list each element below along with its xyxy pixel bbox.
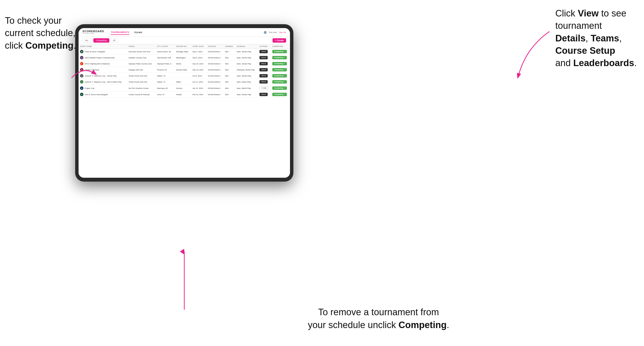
cell-competing: Competing ✓	[271, 79, 290, 85]
competing-button[interactable]: Competing ✓	[272, 74, 287, 77]
tournaments-table-container: EVENT NAME VENUE CITY, STATE HOSTED BY S…	[78, 44, 290, 178]
cell-gender: Men	[224, 55, 236, 61]
view-button[interactable]: View ℹ	[260, 62, 268, 65]
cell-event-name: H John A. Burns Intercollegiate	[78, 92, 127, 98]
cell-division: NCAA Division I	[206, 79, 224, 85]
cell-event-name: A Copper Cup	[78, 85, 127, 92]
event-name-text: Copper Cup	[84, 87, 94, 89]
cell-actions: View ℹ	[258, 49, 270, 55]
edit-button[interactable]: ✏ Edit	[260, 86, 268, 90]
annotation-top-right: Click View to seetournamentDetails, Team…	[555, 7, 637, 69]
cell-hosted-by	[175, 73, 191, 79]
annotation-tr-text: Click View to seetournamentDetails, Team…	[555, 8, 637, 68]
cell-scoring: team, Match Play	[235, 85, 258, 92]
sub-navigation: Ho... Competing All + Create	[78, 37, 290, 44]
cell-scoring: team, Stroke Play	[235, 61, 258, 67]
competing-button[interactable]: Competing ✓	[272, 80, 287, 84]
competing-button[interactable]: Competing ✓	[272, 86, 287, 90]
cell-venue: American Dunes Golf Club	[127, 49, 156, 55]
tablet-device: SCOREBOARD Powered by clippi TOURNAMENTS…	[75, 24, 294, 181]
col-competing: COMPETING	[271, 44, 290, 49]
top-navigation: SCOREBOARD Powered by clippi TOURNAMENTS…	[78, 28, 290, 37]
cell-gender: Men	[224, 85, 236, 92]
annotation-bottom: To remove a tournament fromyour schedule…	[308, 306, 449, 332]
cell-actions: ✏ Edit	[258, 85, 270, 92]
view-button[interactable]: View ℹ	[260, 74, 268, 77]
tab-all[interactable]: All	[110, 38, 118, 43]
view-button[interactable]: View ℹ	[260, 80, 268, 84]
competing-button[interactable]: Competing ✓	[272, 68, 287, 71]
table-header-row: EVENT NAME VENUE CITY, STATE HOSTED BY S…	[78, 44, 290, 49]
cell-competing: Competing ✓	[271, 49, 290, 55]
cell-city-state: Phoenix, AZ	[156, 67, 175, 73]
cell-scoring: team, Stroke Play	[235, 55, 258, 61]
cell-competing: Competing ✓	[271, 85, 290, 92]
cell-competing: Competing ✓	[271, 55, 290, 61]
cell-gender: Men	[224, 92, 236, 98]
annotation-b-text: To remove a tournament fromyour schedule…	[308, 307, 449, 330]
user-info: 👤 Test User Sign out	[264, 31, 286, 34]
team-logo: H	[80, 93, 84, 96]
view-button[interactable]: View ℹ	[260, 93, 268, 96]
cell-actions: View ℹ	[258, 79, 270, 85]
cell-scoring: team, Stroke Play	[235, 73, 258, 79]
cell-scoring: team, Stroke Play	[235, 92, 258, 98]
cell-division: NCAA Division I	[206, 49, 224, 55]
view-button[interactable]: View ℹ	[260, 56, 268, 59]
cell-hosted-by: Washington	[175, 55, 191, 61]
tournaments-table: EVENT NAME VENUE CITY, STATE HOSTED BY S…	[78, 44, 290, 98]
cell-gender: Men	[224, 49, 236, 55]
tab-competing[interactable]: Competing	[93, 38, 109, 43]
tablet-screen: SCOREBOARD Powered by clippi TOURNAMENTS…	[78, 28, 290, 178]
cell-start-date: Feb 15, 2024	[191, 92, 206, 98]
table-row: J Jackson T. Stephens Cup – Men's Match …	[78, 79, 290, 85]
cell-event-name: M Folds of Honor Collegiate	[78, 49, 127, 55]
arrow-to-last-competing	[180, 249, 189, 312]
cell-division: NCAA Division I	[206, 92, 224, 98]
cell-city-state: Grand Haven, MI	[156, 49, 175, 55]
cell-venue: Papago Golf Club	[127, 67, 156, 73]
arrow-to-view-button	[506, 29, 554, 82]
cell-division: NCAA Division I	[206, 73, 224, 79]
cell-competing: Competing ✓	[271, 92, 290, 98]
nav-teams[interactable]: TEAMS	[134, 30, 142, 35]
cell-actions: View ℹ	[258, 67, 270, 73]
competing-button[interactable]: Competing ✓	[272, 50, 287, 53]
cell-scoring: team, Stroke Play	[235, 49, 258, 55]
cell-start-date: Sep 18, 2023	[191, 67, 206, 73]
view-button[interactable]: View ℹ	[260, 50, 268, 53]
user-icon: 👤	[264, 31, 267, 34]
sign-out-link[interactable]: Sign out	[279, 31, 286, 33]
col-start-date: START DATE	[191, 44, 206, 49]
cell-venue: Trinity Forest Golf Club	[127, 73, 156, 79]
table-row: P Papago Individual Papago Golf ClubPhoe…	[78, 67, 290, 73]
cell-actions: View ℹ	[258, 73, 270, 79]
cell-hosted-by: ABAC	[175, 79, 191, 85]
table-row: W 2023 Sahalee Players Championship Saha…	[78, 55, 290, 61]
cell-hosted-by: Arizona	[175, 85, 191, 92]
cell-venue: Ak-Chin Southern Dunes	[127, 85, 156, 92]
arrow-to-competing-tab	[69, 63, 98, 83]
cell-city-state: Olympia Fields, IL	[156, 61, 175, 67]
table-row: J Jackson T. Stephens Cup – Stroke Play …	[78, 73, 290, 79]
competing-button[interactable]: Competing ✓	[272, 93, 287, 96]
nav-tournaments[interactable]: TOURNAMENTS	[111, 30, 129, 35]
cell-competing: Competing ✓	[271, 61, 290, 67]
cell-gender: Men	[224, 79, 236, 85]
col-event-name: EVENT NAME	[78, 44, 127, 49]
cell-venue: Trinity Forest Golf Club	[127, 79, 156, 85]
brand-powered: Powered by clippi	[82, 33, 104, 34]
cell-competing: Competing ✓	[271, 73, 290, 79]
brand-logo: SCOREBOARD Powered by clippi	[82, 30, 104, 34]
tab-home[interactable]: Ho...	[82, 38, 92, 43]
table-row: M Folds of Honor Collegiate American Dun…	[78, 49, 290, 55]
competing-button[interactable]: Competing ✓	[272, 62, 287, 65]
view-button[interactable]: View ℹ	[260, 68, 268, 71]
cell-gender: Men	[224, 61, 236, 67]
table-row: I OFCC Fighting Illini Invitational Olym…	[78, 61, 290, 67]
event-name-text: Folds of Honor Collegiate	[84, 51, 105, 53]
cell-city-state: Maricopa, AZ	[156, 85, 175, 92]
competing-button[interactable]: Competing ✓	[272, 56, 287, 59]
team-logo: W	[80, 56, 84, 59]
create-button[interactable]: + Create	[272, 38, 286, 43]
